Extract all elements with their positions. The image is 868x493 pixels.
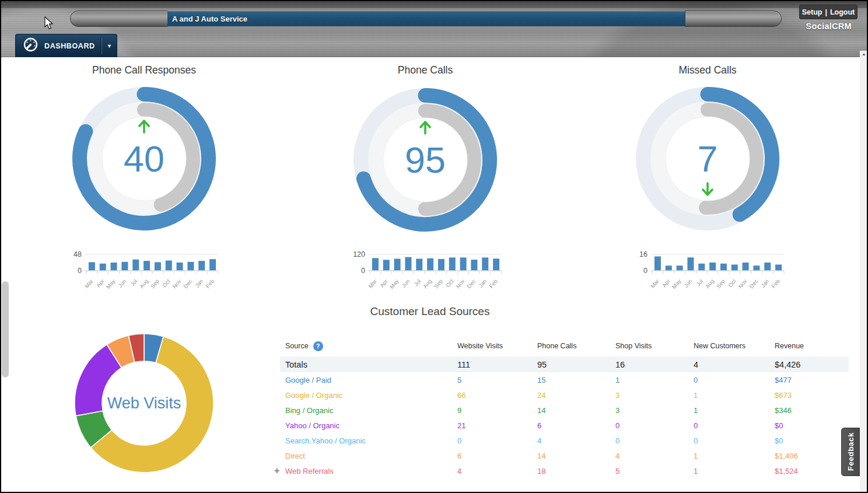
- bar-May: [394, 258, 401, 271]
- source-cell: Search.Yahoo / Organic: [280, 436, 452, 445]
- source-cell: Bing / Organic: [280, 406, 452, 415]
- bar-Aug: [427, 258, 433, 271]
- bar-Oct: [732, 265, 738, 271]
- bar-Dec: [753, 265, 760, 271]
- svg-text:May: May: [388, 278, 400, 290]
- metric-cell: 18: [532, 467, 610, 475]
- source-cell: Yahoo / Organic: [280, 421, 452, 430]
- setup-logout-menu[interactable]: Setup | Logout: [799, 5, 858, 19]
- scroll-up-icon[interactable]: ▲: [860, 52, 868, 59]
- header: A and J Auto Service Setup | Logout Soci…: [1, 1, 867, 57]
- scrollbar-thumb[interactable]: [2, 281, 9, 377]
- bar-Jul: [698, 264, 705, 271]
- vertical-scrollbar[interactable]: ▲: [860, 51, 868, 493]
- bar-Apr: [100, 264, 106, 271]
- svg-text:Apr: Apr: [379, 278, 389, 288]
- bar-Jan: [482, 257, 488, 271]
- metric-cell: 0: [688, 436, 769, 445]
- bar-Nov: [743, 263, 749, 271]
- svg-text:48: 48: [74, 250, 82, 258]
- bar-Aug: [709, 263, 716, 271]
- svg-text:0: 0: [643, 267, 648, 275]
- totals-value: $4,426: [769, 360, 849, 369]
- column-header-new-customers: New Customers: [688, 342, 769, 350]
- bar-May: [677, 265, 683, 271]
- metric-cell: 1: [688, 406, 769, 415]
- source-row-web-referrals: +Web Referrals41851$1,524: [280, 463, 849, 478]
- svg-text:Apr: Apr: [661, 278, 671, 288]
- metric-cell: 14: [532, 406, 610, 415]
- svg-text:Jan: Jan: [194, 278, 204, 289]
- metric-cell: 66: [452, 391, 532, 400]
- source-label: Bing / Organic: [285, 406, 333, 415]
- bar-Jan: [764, 263, 771, 271]
- tab-dashboard[interactable]: DASHBOARD ▼: [15, 34, 117, 57]
- help-icon[interactable]: ?: [313, 341, 323, 351]
- svg-text:Nov: Nov: [737, 278, 748, 289]
- bar-Sep: [438, 259, 444, 271]
- metric-cell: 5: [452, 376, 532, 384]
- metric-cell: 4: [532, 436, 610, 445]
- metric-cell: 9: [452, 406, 532, 415]
- svg-text:May: May: [105, 278, 117, 290]
- metric-cell: 3: [610, 391, 688, 400]
- bar-Dec: [187, 262, 194, 271]
- metric-cell: $346: [769, 406, 849, 415]
- column-header-revenue: Revenue: [769, 342, 849, 350]
- svg-text:Aug: Aug: [422, 278, 433, 289]
- svg-text:Jan: Jan: [760, 278, 770, 289]
- feedback-button[interactable]: Feedback: [841, 428, 860, 476]
- metric-cell: 1: [688, 467, 769, 475]
- bar-May: [111, 263, 117, 271]
- bar-Jun: [405, 257, 411, 271]
- svg-text:Feb: Feb: [488, 278, 499, 289]
- bar-Feb: [209, 259, 216, 271]
- header-capsule-left: [70, 11, 168, 27]
- svg-text:May: May: [671, 278, 682, 290]
- source-cell: +Web Referrals: [280, 467, 452, 475]
- chevron-down-icon[interactable]: ▼: [102, 38, 117, 54]
- metric-cell: 5: [610, 467, 688, 475]
- metric-cell: 15: [532, 376, 610, 384]
- setup-link[interactable]: Setup: [802, 8, 822, 16]
- metric-cell: 0: [610, 436, 688, 445]
- bar-Mar: [89, 262, 95, 271]
- bar-Apr: [666, 265, 672, 271]
- source-label: Direct: [285, 452, 305, 460]
- source-cell: Direct: [280, 452, 452, 460]
- totals-label: Totals: [280, 360, 452, 369]
- svg-text:Sep: Sep: [715, 278, 726, 289]
- totals-value: 16: [610, 360, 688, 369]
- donut-center-label: Web Visits: [107, 394, 181, 412]
- source-row-google-paid: Google / Paid51510$477: [280, 372, 849, 387]
- bar-chart-missed-calls: 160MarAprMayJunJulAugSepOctNovDecJanFeb: [629, 249, 792, 293]
- svg-text:Jul: Jul: [129, 278, 138, 287]
- svg-text:Oct: Oct: [161, 278, 172, 289]
- totals-value: 95: [532, 360, 610, 369]
- bar-Apr: [383, 260, 390, 271]
- gauge-title-phone-calls: Phone Calls: [332, 64, 519, 76]
- metric-cell: 3: [610, 406, 688, 415]
- bar-Nov: [460, 257, 467, 271]
- bar-Jan: [198, 261, 205, 271]
- metric-cell: 4: [610, 452, 688, 460]
- expand-plus-icon[interactable]: +: [274, 466, 279, 476]
- svg-text:Dec: Dec: [182, 278, 193, 289]
- totals-row: Totals11195164$4,426: [280, 356, 849, 372]
- gauge-title-phone-call-responses: Phone Call Responses: [51, 64, 237, 76]
- source-cell: Google / Paid: [280, 376, 452, 384]
- source-cell: Google / Organic: [280, 391, 452, 400]
- bar-Dec: [471, 260, 477, 271]
- svg-text:Mar: Mar: [649, 278, 660, 289]
- bar-Jun: [121, 262, 128, 271]
- logout-link[interactable]: Logout: [830, 8, 855, 16]
- source-label: Search.Yahoo / Organic: [285, 436, 366, 445]
- bar-chart-phone-calls: 1200MarAprMayJunJulAugSepOctNovDecJanFeb: [346, 249, 510, 293]
- tab-dashboard-label: DASHBOARD: [44, 42, 102, 50]
- header-capsule-right: [685, 11, 782, 27]
- metric-cell: $0: [769, 421, 849, 430]
- bar-Feb: [493, 258, 499, 271]
- metric-cell: $477: [769, 376, 849, 384]
- column-header-shop-visits: Shop Visits: [610, 342, 688, 350]
- source-row-google-organic: Google / Organic662431$673: [280, 387, 849, 403]
